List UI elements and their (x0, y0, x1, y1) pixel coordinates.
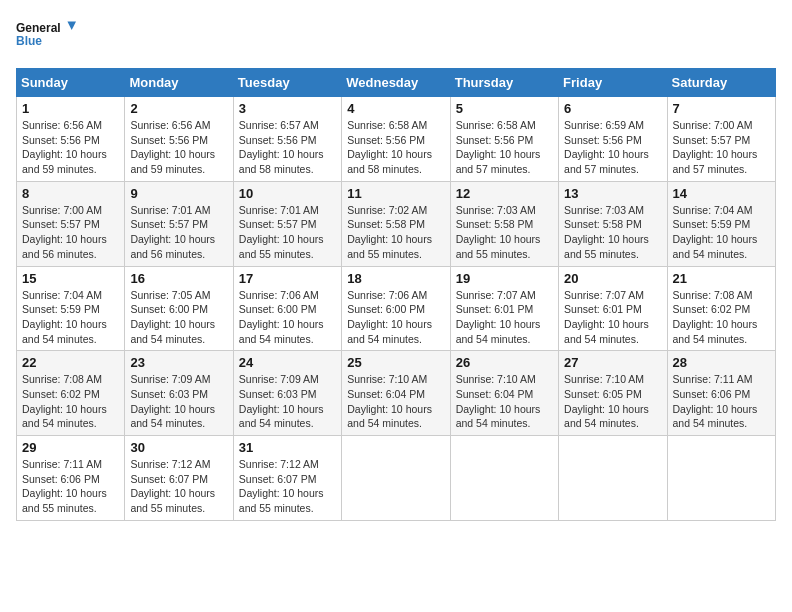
calendar-day-cell: 23Sunrise: 7:09 AM Sunset: 6:03 PM Dayli… (125, 351, 233, 436)
day-number: 29 (22, 440, 119, 455)
day-number: 31 (239, 440, 336, 455)
day-info: Sunrise: 7:09 AM Sunset: 6:03 PM Dayligh… (130, 372, 227, 431)
day-info: Sunrise: 7:12 AM Sunset: 6:07 PM Dayligh… (239, 457, 336, 516)
day-info: Sunrise: 7:07 AM Sunset: 6:01 PM Dayligh… (564, 288, 661, 347)
day-info: Sunrise: 7:01 AM Sunset: 5:57 PM Dayligh… (239, 203, 336, 262)
day-info: Sunrise: 7:08 AM Sunset: 6:02 PM Dayligh… (673, 288, 770, 347)
svg-marker-2 (67, 21, 76, 30)
calendar-day-cell: 4Sunrise: 6:58 AM Sunset: 5:56 PM Daylig… (342, 97, 450, 182)
calendar-day-cell: 30Sunrise: 7:12 AM Sunset: 6:07 PM Dayli… (125, 436, 233, 521)
day-number: 10 (239, 186, 336, 201)
day-header: Friday (559, 69, 667, 97)
day-number: 6 (564, 101, 661, 116)
day-number: 30 (130, 440, 227, 455)
calendar-day-cell: 14Sunrise: 7:04 AM Sunset: 5:59 PM Dayli… (667, 181, 775, 266)
calendar-day-cell: 24Sunrise: 7:09 AM Sunset: 6:03 PM Dayli… (233, 351, 341, 436)
day-number: 25 (347, 355, 444, 370)
day-number: 2 (130, 101, 227, 116)
calendar-day-cell: 7Sunrise: 7:00 AM Sunset: 5:57 PM Daylig… (667, 97, 775, 182)
day-info: Sunrise: 7:00 AM Sunset: 5:57 PM Dayligh… (673, 118, 770, 177)
day-number: 24 (239, 355, 336, 370)
calendar-week-row: 22Sunrise: 7:08 AM Sunset: 6:02 PM Dayli… (17, 351, 776, 436)
day-header: Wednesday (342, 69, 450, 97)
calendar-day-cell: 27Sunrise: 7:10 AM Sunset: 6:05 PM Dayli… (559, 351, 667, 436)
day-number: 18 (347, 271, 444, 286)
day-number: 20 (564, 271, 661, 286)
day-number: 23 (130, 355, 227, 370)
day-info: Sunrise: 7:05 AM Sunset: 6:00 PM Dayligh… (130, 288, 227, 347)
day-info: Sunrise: 7:10 AM Sunset: 6:05 PM Dayligh… (564, 372, 661, 431)
day-info: Sunrise: 7:11 AM Sunset: 6:06 PM Dayligh… (22, 457, 119, 516)
day-number: 7 (673, 101, 770, 116)
calendar-day-cell: 21Sunrise: 7:08 AM Sunset: 6:02 PM Dayli… (667, 266, 775, 351)
day-number: 17 (239, 271, 336, 286)
day-number: 28 (673, 355, 770, 370)
calendar-day-cell: 5Sunrise: 6:58 AM Sunset: 5:56 PM Daylig… (450, 97, 558, 182)
calendar-day-cell (667, 436, 775, 521)
calendar-day-cell: 20Sunrise: 7:07 AM Sunset: 6:01 PM Dayli… (559, 266, 667, 351)
day-info: Sunrise: 7:03 AM Sunset: 5:58 PM Dayligh… (456, 203, 553, 262)
calendar-day-cell (450, 436, 558, 521)
calendar-day-cell: 18Sunrise: 7:06 AM Sunset: 6:00 PM Dayli… (342, 266, 450, 351)
day-info: Sunrise: 7:04 AM Sunset: 5:59 PM Dayligh… (673, 203, 770, 262)
calendar-week-row: 8Sunrise: 7:00 AM Sunset: 5:57 PM Daylig… (17, 181, 776, 266)
day-info: Sunrise: 7:00 AM Sunset: 5:57 PM Dayligh… (22, 203, 119, 262)
calendar-day-cell: 11Sunrise: 7:02 AM Sunset: 5:58 PM Dayli… (342, 181, 450, 266)
day-info: Sunrise: 7:06 AM Sunset: 6:00 PM Dayligh… (239, 288, 336, 347)
day-info: Sunrise: 7:07 AM Sunset: 6:01 PM Dayligh… (456, 288, 553, 347)
day-header: Saturday (667, 69, 775, 97)
calendar-day-cell (559, 436, 667, 521)
calendar-day-cell: 3Sunrise: 6:57 AM Sunset: 5:56 PM Daylig… (233, 97, 341, 182)
calendar-day-cell: 31Sunrise: 7:12 AM Sunset: 6:07 PM Dayli… (233, 436, 341, 521)
day-info: Sunrise: 6:57 AM Sunset: 5:56 PM Dayligh… (239, 118, 336, 177)
day-info: Sunrise: 7:10 AM Sunset: 6:04 PM Dayligh… (347, 372, 444, 431)
calendar-day-cell (342, 436, 450, 521)
page-header: General Blue (16, 16, 776, 56)
day-info: Sunrise: 7:12 AM Sunset: 6:07 PM Dayligh… (130, 457, 227, 516)
day-number: 8 (22, 186, 119, 201)
calendar-day-cell: 1Sunrise: 6:56 AM Sunset: 5:56 PM Daylig… (17, 97, 125, 182)
calendar-day-cell: 6Sunrise: 6:59 AM Sunset: 5:56 PM Daylig… (559, 97, 667, 182)
calendar-day-cell: 15Sunrise: 7:04 AM Sunset: 5:59 PM Dayli… (17, 266, 125, 351)
day-info: Sunrise: 6:59 AM Sunset: 5:56 PM Dayligh… (564, 118, 661, 177)
day-number: 4 (347, 101, 444, 116)
day-info: Sunrise: 7:11 AM Sunset: 6:06 PM Dayligh… (673, 372, 770, 431)
calendar-day-cell: 16Sunrise: 7:05 AM Sunset: 6:00 PM Dayli… (125, 266, 233, 351)
calendar-day-cell: 29Sunrise: 7:11 AM Sunset: 6:06 PM Dayli… (17, 436, 125, 521)
calendar-day-cell: 28Sunrise: 7:11 AM Sunset: 6:06 PM Dayli… (667, 351, 775, 436)
day-header: Sunday (17, 69, 125, 97)
day-info: Sunrise: 7:10 AM Sunset: 6:04 PM Dayligh… (456, 372, 553, 431)
day-info: Sunrise: 7:09 AM Sunset: 6:03 PM Dayligh… (239, 372, 336, 431)
calendar-week-row: 15Sunrise: 7:04 AM Sunset: 5:59 PM Dayli… (17, 266, 776, 351)
logo-icon: General Blue (16, 16, 76, 56)
calendar-week-row: 1Sunrise: 6:56 AM Sunset: 5:56 PM Daylig… (17, 97, 776, 182)
calendar-day-cell: 12Sunrise: 7:03 AM Sunset: 5:58 PM Dayli… (450, 181, 558, 266)
day-header: Tuesday (233, 69, 341, 97)
calendar-week-row: 29Sunrise: 7:11 AM Sunset: 6:06 PM Dayli… (17, 436, 776, 521)
day-info: Sunrise: 7:04 AM Sunset: 5:59 PM Dayligh… (22, 288, 119, 347)
day-number: 27 (564, 355, 661, 370)
day-info: Sunrise: 7:01 AM Sunset: 5:57 PM Dayligh… (130, 203, 227, 262)
day-number: 13 (564, 186, 661, 201)
day-number: 19 (456, 271, 553, 286)
day-info: Sunrise: 6:58 AM Sunset: 5:56 PM Dayligh… (456, 118, 553, 177)
day-header: Monday (125, 69, 233, 97)
day-info: Sunrise: 7:03 AM Sunset: 5:58 PM Dayligh… (564, 203, 661, 262)
day-info: Sunrise: 7:02 AM Sunset: 5:58 PM Dayligh… (347, 203, 444, 262)
calendar-day-cell: 2Sunrise: 6:56 AM Sunset: 5:56 PM Daylig… (125, 97, 233, 182)
calendar-day-cell: 22Sunrise: 7:08 AM Sunset: 6:02 PM Dayli… (17, 351, 125, 436)
day-info: Sunrise: 7:06 AM Sunset: 6:00 PM Dayligh… (347, 288, 444, 347)
calendar-day-cell: 17Sunrise: 7:06 AM Sunset: 6:00 PM Dayli… (233, 266, 341, 351)
svg-text:Blue: Blue (16, 34, 42, 48)
calendar-day-cell: 10Sunrise: 7:01 AM Sunset: 5:57 PM Dayli… (233, 181, 341, 266)
day-info: Sunrise: 6:56 AM Sunset: 5:56 PM Dayligh… (22, 118, 119, 177)
day-number: 15 (22, 271, 119, 286)
day-info: Sunrise: 7:08 AM Sunset: 6:02 PM Dayligh… (22, 372, 119, 431)
calendar-header-row: SundayMondayTuesdayWednesdayThursdayFrid… (17, 69, 776, 97)
day-number: 9 (130, 186, 227, 201)
day-number: 16 (130, 271, 227, 286)
day-number: 14 (673, 186, 770, 201)
calendar-day-cell: 25Sunrise: 7:10 AM Sunset: 6:04 PM Dayli… (342, 351, 450, 436)
day-number: 5 (456, 101, 553, 116)
logo: General Blue (16, 16, 76, 56)
